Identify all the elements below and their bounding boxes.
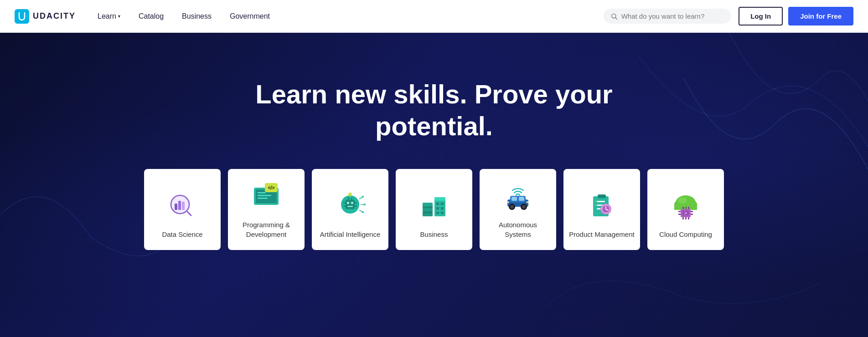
svg-point-76 <box>678 197 687 204</box>
cloud-label: Cloud Computing <box>659 230 712 239</box>
category-card-product-management[interactable]: ✓ ✓ Product Management <box>563 169 640 250</box>
svg-rect-6 <box>182 202 185 210</box>
svg-rect-24 <box>347 202 349 204</box>
search-input[interactable] <box>621 12 724 20</box>
programming-icon: </> <box>248 178 284 214</box>
svg-rect-49 <box>424 211 427 213</box>
nav-government[interactable]: Government <box>222 9 277 24</box>
svg-point-58 <box>522 205 526 209</box>
svg-rect-26 <box>347 206 353 207</box>
svg-rect-17 <box>346 200 355 209</box>
category-cards-row: Data Science </> Programming & Develo <box>98 169 770 250</box>
svg-rect-19 <box>343 205 346 207</box>
svg-text:</>: </> <box>268 185 275 190</box>
svg-rect-63 <box>597 201 605 202</box>
svg-point-30 <box>362 196 364 198</box>
login-button[interactable]: Log In <box>739 7 783 26</box>
svg-rect-48 <box>429 206 431 208</box>
svg-rect-53 <box>512 197 517 201</box>
svg-point-56 <box>510 205 514 209</box>
ai-label: Artificial Intelligence <box>320 230 381 239</box>
svg-rect-40 <box>434 197 445 201</box>
svg-line-8 <box>187 212 191 215</box>
svg-rect-43 <box>436 207 439 209</box>
business-icon <box>416 188 452 224</box>
autonomous-icon <box>500 178 536 214</box>
nav-business[interactable]: Business <box>175 9 219 24</box>
svg-text:✓: ✓ <box>594 199 597 203</box>
svg-point-32 <box>364 204 366 205</box>
svg-rect-36 <box>423 203 433 206</box>
programming-label: Programming & Development <box>233 220 299 239</box>
svg-rect-0 <box>15 9 29 24</box>
svg-rect-41 <box>436 203 439 205</box>
udacity-logo-icon <box>15 9 29 24</box>
logo[interactable]: UDACITY <box>15 9 76 24</box>
svg-rect-86 <box>691 211 693 212</box>
svg-rect-15 <box>258 198 268 199</box>
ai-icon <box>332 188 368 224</box>
svg-rect-60 <box>507 201 509 203</box>
svg-point-27 <box>348 193 352 196</box>
svg-rect-5 <box>178 201 181 210</box>
svg-rect-80 <box>688 217 689 220</box>
nav-learn[interactable]: Learn ▾ <box>90 9 128 24</box>
svg-rect-85 <box>678 214 681 215</box>
business-label: Business <box>420 230 448 239</box>
nav-links: Learn ▾ Catalog Business Government <box>90 9 604 24</box>
svg-rect-45 <box>436 212 439 214</box>
svg-rect-21 <box>355 205 357 207</box>
product-management-icon: ✓ ✓ <box>584 188 620 224</box>
search-area <box>604 9 731 24</box>
svg-rect-14 <box>258 195 271 196</box>
nav-catalog[interactable]: Catalog <box>131 9 171 24</box>
svg-rect-50 <box>429 211 431 213</box>
svg-rect-47 <box>424 206 427 208</box>
svg-rect-44 <box>441 207 444 209</box>
logo-text: UDACITY <box>33 11 76 21</box>
category-card-data-science[interactable]: Data Science <box>144 169 221 250</box>
category-card-autonomous[interactable]: Autonomous Systems <box>480 169 556 250</box>
product-management-label: Product Management <box>569 230 634 239</box>
svg-rect-54 <box>519 197 524 201</box>
category-card-programming[interactable]: </> Programming & Development <box>228 169 305 250</box>
search-icon <box>611 13 618 20</box>
svg-rect-79 <box>685 217 687 220</box>
svg-rect-84 <box>678 211 681 212</box>
svg-point-89 <box>684 212 687 214</box>
svg-rect-82 <box>685 207 687 209</box>
svg-rect-13 <box>258 192 266 194</box>
svg-rect-4 <box>175 204 177 210</box>
svg-rect-22 <box>348 198 349 200</box>
svg-rect-37 <box>423 208 433 212</box>
svg-rect-59 <box>527 201 528 203</box>
svg-line-2 <box>615 17 617 19</box>
svg-rect-42 <box>441 203 444 205</box>
learn-chevron-icon: ▾ <box>118 14 120 19</box>
svg-rect-25 <box>351 202 353 204</box>
svg-rect-23 <box>351 198 352 200</box>
svg-rect-20 <box>355 202 357 204</box>
navbar: UDACITY Learn ▾ Catalog Business Governm… <box>0 0 868 33</box>
svg-line-29 <box>359 197 362 199</box>
svg-rect-78 <box>682 217 684 220</box>
svg-rect-38 <box>423 214 433 216</box>
svg-rect-83 <box>688 207 689 209</box>
cloud-computing-icon <box>667 188 704 224</box>
category-card-business[interactable]: Business <box>396 169 472 250</box>
autonomous-label: Autonomous Systems <box>485 220 551 239</box>
hero-title: Learn new skills. Prove your potential. <box>255 78 612 142</box>
hero-section: Learn new skills. Prove your potential. <box>0 33 868 337</box>
svg-line-33 <box>359 210 362 212</box>
data-science-icon <box>164 188 201 224</box>
svg-rect-46 <box>441 212 444 214</box>
svg-rect-81 <box>682 207 684 209</box>
join-button[interactable]: Join for Free <box>788 7 853 26</box>
svg-rect-87 <box>691 214 693 215</box>
svg-rect-18 <box>343 202 346 204</box>
category-card-ai[interactable]: Artificial Intelligence <box>312 169 388 250</box>
data-science-label: Data Science <box>162 230 202 239</box>
svg-text:✓: ✓ <box>594 203 597 206</box>
category-card-cloud[interactable]: Cloud Computing <box>647 169 724 250</box>
svg-point-34 <box>362 211 364 213</box>
